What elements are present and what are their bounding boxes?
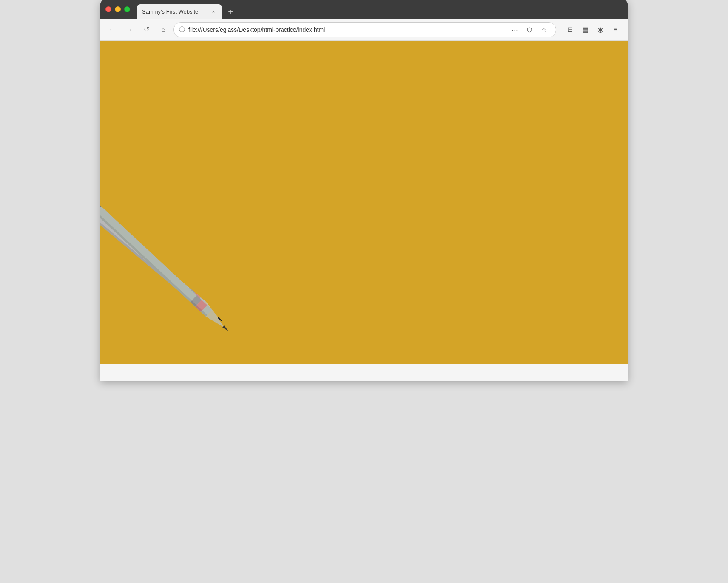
active-tab[interactable]: Sammy's First Website × xyxy=(137,4,222,19)
browser-bottom-bar xyxy=(100,364,628,381)
nav-bar: ← → ↺ ⌂ ⓘ ··· ⬡ ☆ ⊟ ▤ ◉ ≡ xyxy=(100,19,628,41)
info-icon: ⓘ xyxy=(179,26,185,34)
webpage-content xyxy=(100,41,628,364)
address-bar-icons: ··· ⬡ ☆ xyxy=(508,23,551,37)
pencil-illustration xyxy=(100,100,262,364)
reader-view-button[interactable]: ▤ xyxy=(578,23,592,37)
refresh-button[interactable]: ↺ xyxy=(139,23,153,37)
address-bar[interactable]: ⓘ ··· ⬡ ☆ xyxy=(173,22,556,37)
tab-close-button[interactable]: × xyxy=(210,8,217,15)
forward-button[interactable]: → xyxy=(122,23,136,37)
browser-window: Sammy's First Website × + ← → ↺ ⌂ ⓘ ··· … xyxy=(100,0,628,381)
more-options-button[interactable]: ··· xyxy=(508,23,522,37)
traffic-lights xyxy=(105,6,130,12)
minimize-button[interactable] xyxy=(115,6,121,12)
svg-marker-13 xyxy=(222,325,229,332)
new-tab-button[interactable]: + xyxy=(224,5,237,19)
tab-title: Sammy's First Website xyxy=(142,8,207,15)
address-input[interactable] xyxy=(188,26,505,33)
close-button[interactable] xyxy=(105,6,111,12)
menu-button[interactable]: ≡ xyxy=(609,23,623,37)
library-button[interactable]: ⊟ xyxy=(563,23,577,37)
nav-toolbar-right: ⊟ ▤ ◉ ≡ xyxy=(563,23,623,37)
title-bar: Sammy's First Website × + xyxy=(100,0,628,19)
maximize-button[interactable] xyxy=(124,6,130,12)
back-button[interactable]: ← xyxy=(105,23,119,37)
tabs-area: Sammy's First Website × + xyxy=(137,0,623,19)
bookmark-button[interactable]: ☆ xyxy=(537,23,551,37)
home-button[interactable]: ⌂ xyxy=(156,23,170,37)
pocket-button[interactable]: ⬡ xyxy=(523,23,536,37)
account-button[interactable]: ◉ xyxy=(594,23,607,37)
